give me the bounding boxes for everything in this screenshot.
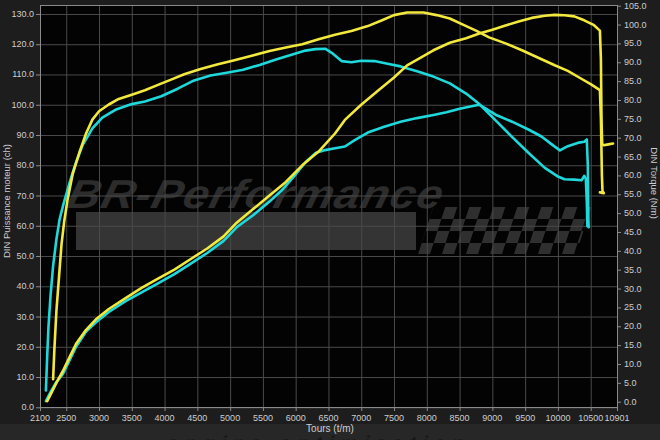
curve-torque_stock (46, 49, 588, 391)
tick-label-left: 120.0 (11, 39, 34, 49)
tick-label-x: 10000 (545, 413, 570, 423)
tick-label-right: 15.0 (624, 340, 642, 350)
curve-power_stock (46, 105, 589, 402)
tick-label-right: 20.0 (624, 321, 642, 331)
tick-label-left: 40.0 (16, 281, 34, 291)
tick-label-left: 70.0 (16, 191, 34, 201)
tick-label-x: 6500 (318, 413, 338, 423)
grid-layer (40, 5, 618, 408)
tick-label-right: 55.0 (624, 189, 642, 199)
tick-label-right: 65.0 (624, 152, 642, 162)
tick-label-right: 25.0 (624, 302, 642, 312)
tick-label-left: 60.0 (16, 221, 34, 231)
tick-label-right: 85.0 (624, 76, 642, 86)
tick-label-right: 70.0 (624, 133, 642, 143)
x-axis-title: Tours (t/m) (306, 423, 354, 434)
tick-label-x: 2500 (56, 413, 76, 423)
tick-label-x: 4500 (187, 413, 207, 423)
y-axis-right-title: DIN Torque (Nm) (649, 147, 660, 219)
tick-label-right: 60.0 (624, 170, 642, 180)
tick-label-right: 45.0 (624, 227, 642, 237)
tick-label-right: 50.0 (624, 208, 642, 218)
tick-label-x: 10901 (604, 413, 629, 423)
tick-label-right: 100.0 (624, 20, 647, 30)
tick-label-left: 110.0 (12, 69, 34, 79)
tick-label-right: 35.0 (624, 265, 642, 275)
tick-label-x: 6000 (286, 413, 306, 423)
tick-label-left: 20.0 (16, 342, 34, 352)
tick-label-x: 5500 (253, 413, 273, 423)
tick-label-x: 10500 (578, 413, 603, 423)
tick-label-x: 7500 (384, 413, 404, 423)
tick-label-x: 3500 (122, 413, 142, 423)
tick-label-x: 5000 (220, 413, 240, 423)
tick-label-x: 4000 (155, 413, 175, 423)
y-axis-left-title: DIN Puissance moteur (ch) (1, 144, 12, 258)
tick-label-right: 90.0 (624, 57, 642, 67)
tick-label-left: 80.0 (16, 160, 34, 170)
tick-label-right: 0.0 (624, 397, 637, 407)
dyno-chart: BR-Performance engine optimisation 0.010… (0, 0, 660, 440)
tick-label-left: 130.0 (11, 9, 34, 19)
tick-label-left: 0.0 (21, 402, 34, 412)
tick-label-right: 40.0 (624, 246, 642, 256)
tick-label-right: 10.0 (624, 359, 642, 369)
tick-label-right: 95.0 (624, 38, 642, 48)
tick-label-x: 9000 (482, 413, 502, 423)
tick-label-x: 8500 (450, 413, 470, 423)
tick-label-x: 7000 (351, 413, 371, 423)
tick-label-right: 80.0 (624, 95, 642, 105)
tick-label-left: 30.0 (16, 312, 34, 322)
tick-label-x: 8000 (417, 413, 437, 423)
tick-label-left: 50.0 (16, 251, 34, 261)
chart-svg: 0.010.020.030.040.050.060.070.080.090.01… (0, 0, 660, 440)
tick-label-x: 2100 (30, 413, 50, 423)
tick-label-right: 30.0 (624, 284, 642, 294)
tick-label-left: 100.0 (11, 100, 34, 110)
tick-label-right: 75.0 (624, 114, 642, 124)
tick-label-left: 10.0 (16, 372, 34, 382)
tick-label-right: 5.0 (624, 378, 637, 388)
tick-label-x: 9500 (515, 413, 535, 423)
tick-label-left: 90.0 (16, 130, 34, 140)
tick-label-right: 105.0 (624, 1, 647, 11)
tick-label-x: 3000 (89, 413, 109, 423)
